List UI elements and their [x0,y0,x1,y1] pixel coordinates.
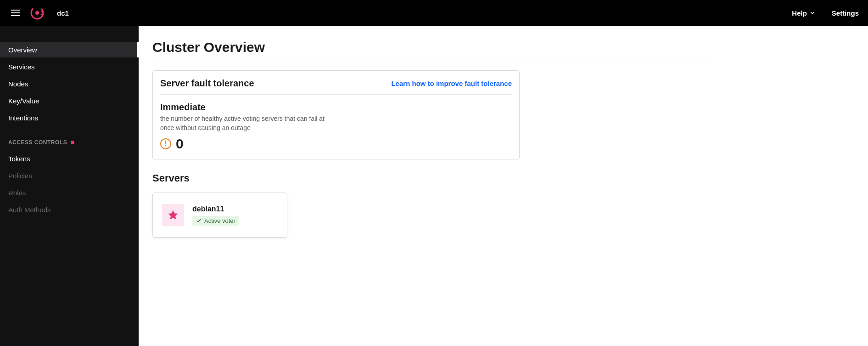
metric-value-row: ! 0 [160,136,512,152]
layout: Overview Services Nodes Key/Value Intent… [0,26,868,346]
access-controls-label: ACCESS CONTROLS [8,139,67,146]
fault-tolerance-card: Server fault tolerance Learn how to impr… [152,70,520,159]
sidebar-item-intentions[interactable]: Intentions [0,110,139,125]
sidebar: Overview Services Nodes Key/Value Intent… [0,26,139,346]
card-header: Server fault tolerance Learn how to impr… [160,78,512,95]
consul-logo-icon [30,6,44,20]
page-title: Cluster Overview [152,40,854,55]
sidebar-item-tokens[interactable]: Tokens [0,151,139,166]
topbar-left: dc1 [9,6,69,20]
main-content: Cluster Overview Server fault tolerance … [139,26,868,346]
sidebar-item-services[interactable]: Services [0,59,139,74]
svg-point-4 [41,14,42,16]
sidebar-item-roles[interactable]: Roles [0,185,139,200]
sidebar-item-policies[interactable]: Policies [0,168,139,183]
topbar: dc1 Help Settings [0,0,868,26]
metric-description: the number of healthy active voting serv… [160,114,325,132]
help-label: Help [792,9,807,17]
star-icon [167,209,179,221]
server-status-badge: Active voter [192,216,239,226]
sidebar-item-auth-methods[interactable]: Auth Methods [0,202,139,217]
datacenter-label[interactable]: dc1 [57,9,69,17]
svg-point-1 [35,11,39,15]
menu-toggle-button[interactable] [9,8,22,18]
server-card[interactable]: debian11 Active voter [152,193,287,238]
svg-point-3 [42,12,43,14]
sidebar-item-overview[interactable]: Overview [0,42,139,57]
title-divider [152,61,711,61]
sidebar-item-nodes[interactable]: Nodes [0,76,139,91]
fault-tolerance-title: Server fault tolerance [160,78,254,89]
chevron-down-icon [810,10,815,16]
svg-point-2 [41,11,42,12]
alert-icon: ! [160,138,171,149]
settings-link[interactable]: Settings [832,9,859,17]
server-info: debian11 Active voter [192,205,239,226]
metric-value: 0 [176,136,184,152]
learn-fault-tolerance-link[interactable]: Learn how to improve fault tolerance [391,79,512,87]
status-dot-icon [71,141,74,144]
metric-title: Immediate [160,102,512,113]
server-name: debian11 [192,205,239,213]
servers-section-title: Servers [152,172,854,184]
server-status-text: Active voter [204,217,235,224]
topbar-right: Help Settings [792,9,859,17]
help-dropdown[interactable]: Help [792,9,815,17]
server-leader-icon-box [162,204,184,226]
sidebar-section-access-controls: ACCESS CONTROLS [0,136,139,149]
check-icon [196,218,202,223]
sidebar-item-keyvalue[interactable]: Key/Value [0,93,139,108]
